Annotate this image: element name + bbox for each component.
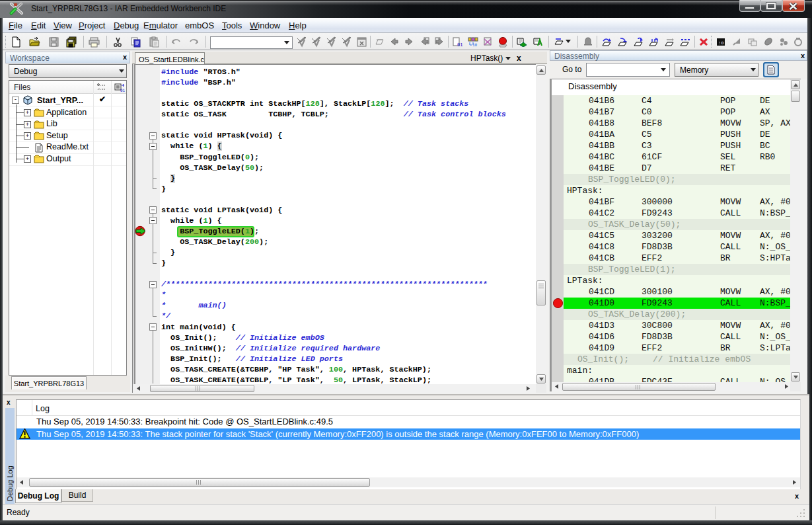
svg-text::o: :o [718,40,723,46]
svg-text:01: 01 [120,88,125,93]
svg-text:01: 01 [457,42,462,48]
svg-text:10: 10 [472,42,478,47]
